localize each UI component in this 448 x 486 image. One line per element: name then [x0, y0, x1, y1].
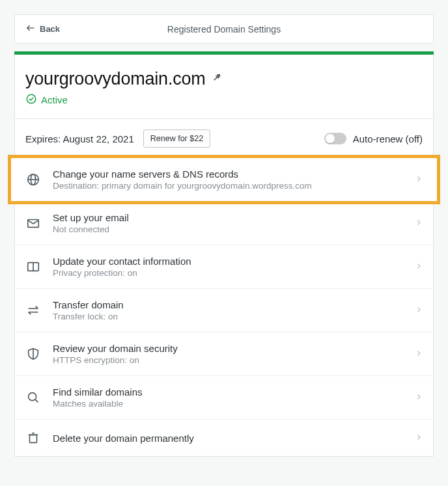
card-icon [25, 259, 41, 275]
transfer-icon [25, 303, 41, 318]
globe-icon [25, 172, 41, 187]
option-contact[interactable]: Update your contact information Privacy … [15, 245, 433, 288]
chevron-right-icon [415, 432, 423, 444]
option-title: Update your contact information [53, 256, 403, 267]
option-similar[interactable]: Find similar domains Matches available [15, 375, 433, 419]
option-dns[interactable]: Change your name servers & DNS records D… [11, 158, 437, 201]
chevron-right-icon [415, 217, 423, 229]
autorenew-toggle[interactable] [324, 133, 346, 144]
domain-panel: yourgroovydomain.com Active Expires: Aug… [14, 55, 434, 457]
chevron-right-icon [415, 261, 423, 273]
svg-line-13 [35, 399, 38, 402]
option-delete[interactable]: Delete your domain permanently [15, 419, 433, 456]
option-subtitle: Matches available [53, 399, 403, 409]
expiry-label: Expires: August 22, 2021 [25, 133, 134, 144]
svg-point-2 [27, 94, 36, 103]
option-subtitle: Privacy protection: on [53, 268, 403, 278]
header-bar: Back Registered Domain Settings [14, 14, 434, 44]
status-badge: Active [25, 93, 423, 107]
option-title: Change your name servers & DNS records [53, 169, 403, 180]
search-icon [25, 390, 41, 405]
domain-name: yourgroovydomain.com [25, 69, 206, 89]
back-button[interactable]: Back [25, 23, 60, 35]
chevron-right-icon [415, 392, 423, 403]
option-subtitle: Not connected [53, 224, 403, 234]
trash-icon [25, 430, 41, 446]
option-list: Change your name servers & DNS records D… [15, 158, 433, 456]
chevron-right-icon [415, 174, 423, 185]
page-title: Registered Domain Settings [15, 24, 433, 34]
status-label: Active [41, 94, 68, 105]
svg-point-12 [29, 393, 36, 401]
back-label: Back [40, 24, 60, 34]
option-title: Find similar domains [53, 386, 403, 398]
chevron-right-icon [415, 304, 423, 316]
option-title: Set up your email [53, 212, 403, 223]
option-subtitle: Destination: primary domain for yourgroo… [53, 181, 403, 191]
renew-button[interactable]: Renew for $22 [143, 129, 210, 148]
option-title: Review your domain security [53, 343, 403, 354]
option-title: Transfer domain [53, 299, 403, 310]
mail-icon [25, 215, 41, 231]
autorenew-label: Auto-renew (off) [353, 133, 423, 144]
option-email[interactable]: Set up your email Not connected [15, 201, 433, 245]
option-title: Delete your domain permanently [53, 433, 403, 444]
option-subtitle: HTTPS encryption: on [53, 355, 403, 365]
shield-icon [25, 346, 41, 362]
check-circle-icon [25, 93, 37, 107]
svg-rect-14 [30, 435, 37, 442]
expiry-row: Expires: August 22, 2021 Renew for $22 A… [15, 119, 433, 158]
arrow-left-icon [25, 23, 36, 35]
chevron-right-icon [415, 348, 423, 360]
external-link-icon[interactable] [211, 73, 221, 86]
option-transfer[interactable]: Transfer domain Transfer lock: on [15, 288, 433, 332]
option-subtitle: Transfer lock: on [53, 312, 403, 321]
option-security[interactable]: Review your domain security HTTPS encryp… [15, 332, 433, 375]
